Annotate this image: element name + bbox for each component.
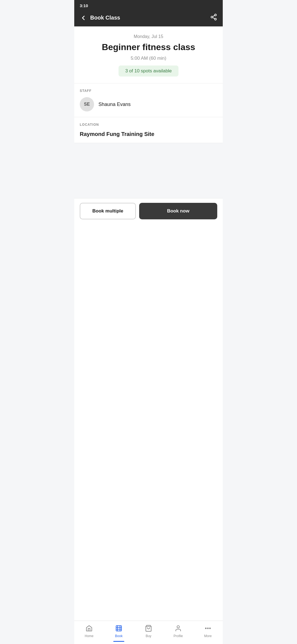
buy-icon xyxy=(145,625,152,633)
status-bar: 3:10 xyxy=(74,0,223,10)
book-multiple-button[interactable]: Book multiple xyxy=(80,203,136,219)
home-icon xyxy=(86,625,93,633)
nav-item-profile[interactable]: Profile xyxy=(163,623,193,640)
nav-label-more: More xyxy=(204,634,211,638)
main-content: Monday, Jul 15 Beginner fitness class 5:… xyxy=(74,26,223,621)
action-buttons: Book multiple Book now xyxy=(74,198,223,224)
location-section: LOCATION Raymond Fung Training Site xyxy=(74,117,223,143)
book-now-button[interactable]: Book now xyxy=(139,203,217,219)
nav-item-more[interactable]: More xyxy=(193,623,223,640)
location-section-label: LOCATION xyxy=(80,123,217,127)
svg-line-3 xyxy=(213,18,215,19)
staff-name: Shauna Evans xyxy=(98,102,131,107)
svg-point-14 xyxy=(210,628,210,629)
svg-point-13 xyxy=(207,628,208,629)
nav-label-home: Home xyxy=(85,634,94,638)
class-info-section: Monday, Jul 15 Beginner fitness class 5:… xyxy=(74,26,223,83)
svg-point-11 xyxy=(177,626,180,628)
svg-line-4 xyxy=(213,15,215,17)
nav-item-home[interactable]: Home xyxy=(74,623,104,640)
header-title: Book Class xyxy=(90,15,120,21)
bottom-nav: Home Book Buy xyxy=(74,621,223,644)
more-icon xyxy=(204,625,211,633)
book-icon xyxy=(115,625,122,633)
share-button[interactable] xyxy=(210,13,217,22)
location-name: Raymond Fung Training Site xyxy=(80,131,217,137)
staff-row: SE Shauna Evans xyxy=(80,97,217,111)
status-time: 3:10 xyxy=(80,3,88,8)
svg-rect-5 xyxy=(116,626,122,631)
nav-label-buy: Buy xyxy=(146,634,152,638)
staff-avatar: SE xyxy=(80,97,94,111)
back-button[interactable] xyxy=(80,14,87,21)
nav-label-profile: Profile xyxy=(174,634,183,638)
staff-section: STAFF SE Shauna Evans xyxy=(74,83,223,117)
header: Book Class xyxy=(74,10,223,26)
class-date: Monday, Jul 15 xyxy=(80,34,217,39)
class-time: 5:00 AM (60 min) xyxy=(80,56,217,61)
header-left: Book Class xyxy=(80,14,120,21)
profile-icon xyxy=(175,625,182,633)
class-title: Beginner fitness class xyxy=(80,42,217,52)
nav-label-book: Book xyxy=(115,634,122,638)
nav-item-book[interactable]: Book xyxy=(104,623,134,640)
staff-section-label: STAFF xyxy=(80,89,217,93)
spots-badge: 3 of 10 spots available xyxy=(119,66,178,77)
nav-item-buy[interactable]: Buy xyxy=(134,623,163,640)
svg-point-12 xyxy=(205,628,206,629)
empty-space xyxy=(74,143,223,198)
